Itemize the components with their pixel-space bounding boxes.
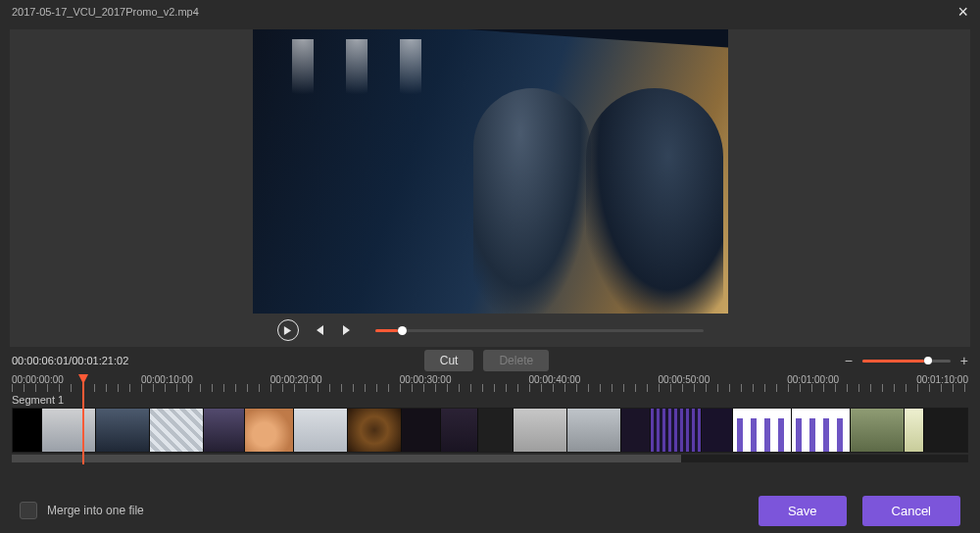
footer: Merge into one file Save Cancel (0, 488, 980, 533)
merge-checkbox[interactable]: Merge into one file (20, 502, 144, 519)
merge-label: Merge into one file (47, 504, 144, 517)
segment-label: Segment 1 (12, 394, 71, 406)
close-icon[interactable]: × (957, 5, 968, 19)
seek-slider[interactable] (375, 329, 704, 332)
timeline-scrollbar[interactable] (12, 455, 968, 462)
timeline-ruler[interactable]: 00:00:00:0000:00:10:0000:00:20:0000:00:3… (0, 374, 980, 392)
zoom-control: − + (845, 353, 968, 368)
next-frame-button[interactable] (338, 320, 358, 340)
timeline-thumbnails[interactable] (12, 408, 968, 453)
timecode-readout: 00:00:06:01/00:01:21:02 (12, 355, 128, 366)
timeline-toolbar: 00:00:06:01/00:01:21:02 Cut Delete − + (0, 347, 980, 374)
cancel-button[interactable]: Cancel (862, 496, 960, 526)
preview-pane (10, 29, 970, 347)
transport-controls (277, 314, 704, 341)
file-title: 2017-05-17_VCU_2017Promo_v2.mp4 (12, 6, 199, 18)
play-button[interactable] (277, 319, 299, 341)
zoom-in-icon[interactable]: + (960, 353, 968, 368)
save-button[interactable]: Save (759, 496, 847, 526)
cut-button[interactable]: Cut (424, 350, 474, 371)
prev-frame-button[interactable] (309, 320, 328, 340)
playhead[interactable] (82, 374, 84, 464)
video-preview[interactable] (253, 29, 728, 314)
delete-button[interactable]: Delete (483, 350, 549, 371)
zoom-slider[interactable] (862, 360, 951, 363)
zoom-out-icon[interactable]: − (845, 353, 853, 368)
